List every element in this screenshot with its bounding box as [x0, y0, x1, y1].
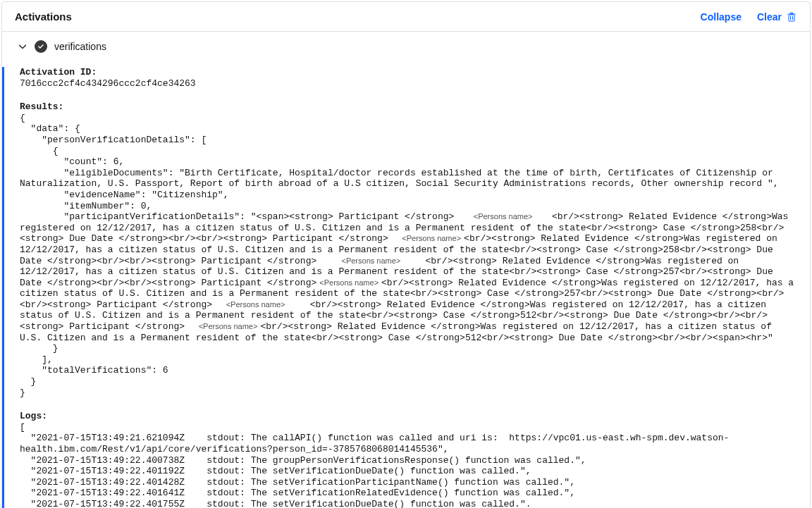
activations-panel: Activations Collapse Clear verificatio — [1, 1, 811, 508]
activation-id-label: Activation ID: — [20, 67, 797, 78]
panel-title: Activations — [15, 11, 701, 23]
clear-button[interactable]: Clear — [757, 11, 797, 23]
pii-placeholder: <Persons name> — [471, 212, 536, 221]
pii-placeholder: <Persons name> — [338, 256, 403, 266]
panel-actions: Collapse Clear — [701, 11, 797, 23]
pii-placeholder: <Persons name> — [196, 322, 261, 331]
pii-placeholder: <Persons name> — [399, 234, 464, 243]
svg-rect-0 — [789, 15, 794, 21]
chevron-down-icon[interactable] — [18, 42, 27, 51]
activation-row-header: verifications — [2, 32, 810, 54]
logs-body: [ "2021-07-15T13:49:21.621094Z stdout: T… — [20, 422, 797, 508]
results-body: { "data": { "personVerificationDetails":… — [20, 113, 797, 398]
panel-header: Activations Collapse Clear — [2, 2, 810, 32]
clear-label: Clear — [757, 11, 782, 23]
activation-name: verifications — [54, 41, 106, 52]
logs-label: Logs: — [20, 411, 797, 422]
activation-id-value: 7016ccc2cf4c434296ccc2cf4ce34263 — [20, 78, 797, 89]
trash-icon — [786, 11, 797, 23]
results-label: Results: — [20, 101, 797, 113]
collapse-button[interactable]: Collapse — [701, 11, 742, 23]
pii-placeholder: <Persons name> — [223, 300, 288, 309]
status-success-icon — [35, 40, 47, 53]
pii-placeholder: <Persons name> — [316, 278, 381, 287]
activation-detail: Activation ID: 7016ccc2cf4c434296ccc2cf4… — [2, 67, 810, 508]
